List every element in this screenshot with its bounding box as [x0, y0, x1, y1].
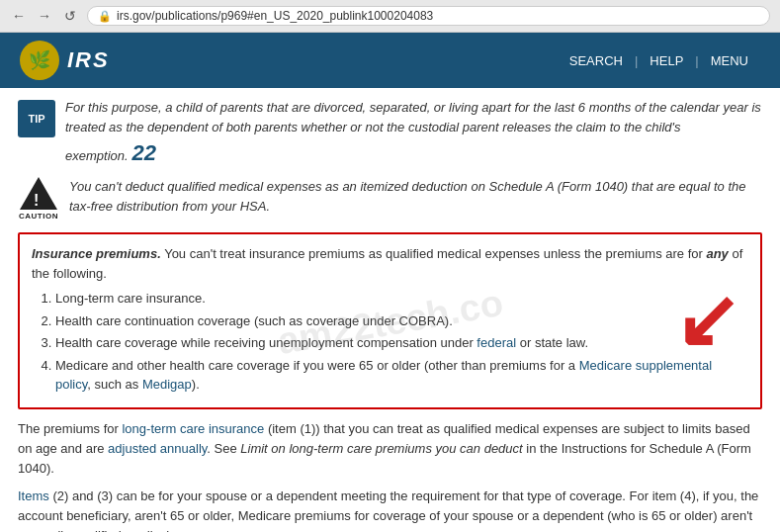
irs-logo: 🌿 IRS — [20, 41, 110, 80]
address-bar[interactable]: 🔒 irs.gov/publications/p969#en_US_2020_p… — [87, 6, 770, 26]
page-number: 22 — [132, 140, 156, 165]
irs-logo-text: IRS — [67, 47, 110, 73]
red-border-box: Insurance premiums. You can't treat insu… — [18, 232, 762, 409]
caution-text: You can't deduct qualified medical expen… — [69, 177, 762, 216]
irs-header: 🌿 IRS SEARCH | HELP | MENU — [0, 33, 780, 88]
irs-emblem-icon: 🌿 — [20, 41, 59, 80]
back-button[interactable]: ← — [10, 7, 28, 25]
browser-bar: ← → ↺ 🔒 irs.gov/publications/p969#en_US_… — [0, 0, 780, 33]
caution-box: CAUTION You can't deduct qualified medic… — [18, 177, 762, 222]
caution-badge: CAUTION — [18, 177, 59, 222]
red-box-list: Long-term care insurance. Health care co… — [32, 289, 748, 395]
list-item: Medicare and other health care coverage … — [55, 356, 748, 395]
tip-badge: TIP — [18, 100, 55, 137]
content-wrap: am22tech.co TIP For this purpose, a chil… — [18, 98, 762, 532]
para1: The premiums for long-term care insuranc… — [18, 419, 762, 479]
caution-triangle-icon — [20, 177, 57, 210]
para2: Items (2) and (3) can be for your spouse… — [18, 487, 762, 532]
menu-nav-item[interactable]: MENU — [699, 49, 760, 72]
list-item: Long-term care insurance. — [55, 289, 748, 309]
search-nav-item[interactable]: SEARCH — [558, 49, 635, 72]
lock-icon: 🔒 — [98, 10, 112, 23]
refresh-button[interactable]: ↺ — [61, 7, 79, 25]
list-item: Health care coverage while receiving une… — [55, 333, 748, 353]
red-box-intro: Insurance premiums. You can't treat insu… — [32, 244, 748, 283]
insurance-premiums-label: Insurance premiums. — [32, 246, 161, 261]
tip-text: For this purpose, a child of parents tha… — [65, 98, 762, 169]
list-item: Health care continuation coverage (such … — [55, 311, 748, 331]
tip-box: TIP For this purpose, a child of parents… — [18, 98, 762, 169]
content-area: am22tech.co TIP For this purpose, a chil… — [0, 88, 780, 532]
forward-button[interactable]: → — [36, 7, 53, 25]
url-text: irs.gov/publications/p969#en_US_2020_pub… — [117, 9, 433, 23]
irs-nav: SEARCH | HELP | MENU — [558, 49, 760, 72]
help-nav-item[interactable]: HELP — [638, 49, 695, 72]
